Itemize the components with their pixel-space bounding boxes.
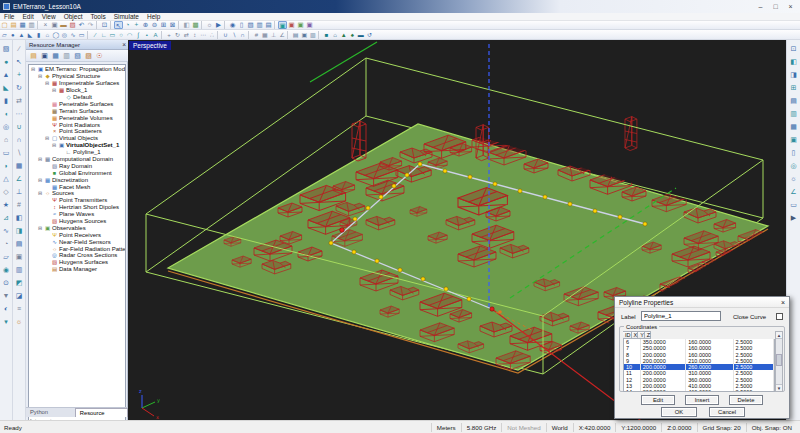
tree-item[interactable]: ▦ Facet Mesh bbox=[29, 183, 125, 190]
solid-plate-icon[interactable]: ▭ bbox=[1, 146, 12, 159]
draw-arc-icon[interactable]: ◠ bbox=[125, 31, 134, 39]
menu-item[interactable]: Edit bbox=[18, 13, 37, 21]
tree-item[interactable]: Ψ Point Transmitters bbox=[29, 197, 125, 204]
draw-plate-icon[interactable]: ▭ bbox=[77, 31, 86, 39]
tree-item[interactable]: ∿ Near-Field Sensors bbox=[29, 238, 125, 245]
solid-star-icon[interactable]: ★ bbox=[1, 198, 12, 211]
tree-item[interactable]: ▦ Terrain Surfaces bbox=[29, 107, 125, 114]
tree-item[interactable]: ▤ Data Manager bbox=[29, 266, 125, 273]
tree-item[interactable]: ⊟ ▣ VirtualObjectSet_1 bbox=[29, 142, 125, 149]
units-icon[interactable]: ▯ bbox=[237, 21, 246, 29]
zoom-out-icon[interactable]: ⊖ bbox=[150, 21, 159, 29]
boolean-intersect-icon[interactable]: ∩ bbox=[238, 31, 247, 39]
tree-item[interactable]: Ψ Point Receivers bbox=[29, 231, 125, 238]
tree-item[interactable]: ⊟ ▦ Impenetrable Surfaces bbox=[29, 80, 125, 87]
table-scrollbar[interactable]: ▲ ▼ bbox=[775, 331, 783, 392]
solid-slab-icon[interactable]: ▱ bbox=[1, 250, 12, 263]
view-back-icon[interactable]: ▯ bbox=[788, 146, 800, 159]
menu-item[interactable]: Tools bbox=[86, 13, 109, 21]
mesh-object-icon[interactable]: ▦ bbox=[14, 159, 25, 172]
label-input[interactable] bbox=[641, 311, 721, 321]
draw-torus-icon[interactable]: ◎ bbox=[60, 31, 69, 39]
array-linear-icon[interactable]: ⋯ bbox=[199, 31, 208, 39]
separator[interactable] bbox=[161, 31, 164, 39]
draw-curve-icon[interactable]: ∫ bbox=[134, 31, 143, 39]
rm-properties-icon[interactable]: ▥ bbox=[61, 51, 72, 61]
separator[interactable] bbox=[37, 21, 40, 29]
solid-dome-icon[interactable]: ◖ bbox=[1, 107, 12, 120]
solid-box-icon[interactable]: ▧ bbox=[1, 42, 12, 55]
tree-item[interactable]: ⊟ ▣ Observables bbox=[29, 224, 125, 231]
draw-sphere-icon[interactable]: ● bbox=[9, 31, 18, 39]
solid-cylinder-icon[interactable]: ▮ bbox=[1, 94, 12, 107]
menu-item[interactable]: View bbox=[38, 13, 60, 21]
subtract-icon[interactable]: ∖ bbox=[14, 146, 25, 159]
separator[interactable] bbox=[87, 31, 90, 39]
vegetation-object-icon[interactable]: ♠ bbox=[348, 31, 357, 39]
tree-item[interactable]: Ψ Point Radiators bbox=[29, 121, 125, 128]
tree-item[interactable]: ∟ Polyline_1 bbox=[29, 149, 125, 156]
tree-item[interactable]: ⊟ ▦ Computational Domain bbox=[29, 156, 125, 163]
variables-icon[interactable]: ▤ bbox=[264, 21, 273, 29]
simulation-settings-icon[interactable]: ☼ bbox=[205, 21, 214, 29]
column-header[interactable]: Y bbox=[638, 331, 645, 339]
rotate-object-icon[interactable]: ↻ bbox=[14, 81, 25, 94]
orbit-tool-icon[interactable]: ◔ bbox=[123, 21, 132, 29]
new-file-icon[interactable]: ▢ bbox=[0, 21, 9, 29]
frequency-settings-icon[interactable]: ◉ bbox=[228, 21, 237, 29]
scroll-down-icon[interactable]: ▼ bbox=[776, 384, 782, 391]
list-view-icon[interactable]: ▤ bbox=[14, 237, 25, 250]
boolean-subtract-icon[interactable]: ∖ bbox=[230, 31, 239, 39]
solid-prism-icon[interactable]: ⌂ bbox=[1, 133, 12, 146]
delete-button[interactable]: Delete bbox=[729, 395, 763, 405]
corner-view2-icon[interactable]: ◪ bbox=[14, 289, 25, 302]
cancel-button[interactable]: Cancel bbox=[709, 407, 745, 417]
close-button[interactable]: × bbox=[783, 0, 798, 13]
draw-box-icon[interactable]: ▱ bbox=[0, 31, 9, 39]
column-header[interactable]: X bbox=[632, 331, 639, 339]
draw-line-icon[interactable]: ∕ bbox=[91, 31, 100, 39]
rotate-tool-icon[interactable]: ↻ bbox=[173, 31, 182, 39]
scrollbar-thumb[interactable] bbox=[776, 354, 782, 366]
vehicle-object-icon[interactable]: ▬ bbox=[357, 31, 366, 39]
zoom-window-icon[interactable]: ⊞ bbox=[159, 21, 168, 29]
terrain-object-icon[interactable]: ▲ bbox=[339, 31, 348, 39]
bounds-toggle-icon[interactable]: ▭ bbox=[788, 198, 800, 211]
menu-item[interactable]: File bbox=[0, 13, 18, 21]
view-quad-icon[interactable]: ⊞ bbox=[788, 81, 800, 94]
boolean-union-icon[interactable]: ∪ bbox=[221, 31, 230, 39]
solid-helix-icon[interactable]: ∿ bbox=[1, 224, 12, 237]
save-icon[interactable]: ▦ bbox=[18, 21, 27, 29]
selected-vertex-marker[interactable] bbox=[340, 228, 345, 233]
rm-module-icon[interactable]: ▣ bbox=[39, 51, 50, 61]
rows-view-icon[interactable]: ▥ bbox=[14, 263, 25, 276]
rm-simulate-icon[interactable]: ▧ bbox=[72, 51, 83, 61]
module-planner-icon[interactable]: ▣ bbox=[305, 21, 314, 29]
normal-icon[interactable]: ⊥ bbox=[14, 185, 25, 198]
edit-button[interactable]: Edit bbox=[641, 395, 675, 405]
module-terrano-icon[interactable]: ▣ bbox=[278, 21, 287, 29]
fill-view-icon[interactable]: ▣ bbox=[14, 250, 25, 263]
separator[interactable] bbox=[248, 31, 251, 39]
paste-icon[interactable]: ▬ bbox=[59, 21, 68, 29]
pan-tool-icon[interactable]: + bbox=[132, 21, 141, 29]
separator[interactable] bbox=[110, 21, 113, 29]
coordinate-row[interactable]: 14 200.0000 460.0000 2.5000 bbox=[624, 389, 774, 392]
draw-helix-icon[interactable]: ∿ bbox=[69, 31, 78, 39]
draw-cone-icon[interactable]: ▲ bbox=[17, 31, 26, 39]
viewport-label[interactable]: Perspective bbox=[129, 41, 171, 50]
tree-item[interactable]: ◇ Default bbox=[29, 94, 125, 101]
rm-mesh-icon[interactable]: ▦ bbox=[50, 51, 61, 61]
more-tools-icon[interactable]: ▶ bbox=[788, 211, 800, 224]
half-view-icon[interactable]: ◧ bbox=[14, 211, 25, 224]
view-right-icon[interactable]: ◨ bbox=[788, 68, 800, 81]
move-tool-icon[interactable]: + bbox=[165, 31, 174, 39]
parametric-sweep-icon[interactable]: ▧ bbox=[246, 21, 255, 29]
redo-icon[interactable]: ↷ bbox=[86, 21, 95, 29]
ok-button[interactable]: OK bbox=[661, 407, 697, 417]
solid-diamond-icon[interactable]: ◇ bbox=[1, 185, 12, 198]
solid-torus-icon[interactable]: ◎ bbox=[1, 120, 12, 133]
solid-wedge-icon[interactable]: ⊿ bbox=[1, 211, 12, 224]
separator[interactable] bbox=[287, 31, 290, 39]
axes-toggle-icon[interactable]: ∠ bbox=[788, 185, 800, 198]
